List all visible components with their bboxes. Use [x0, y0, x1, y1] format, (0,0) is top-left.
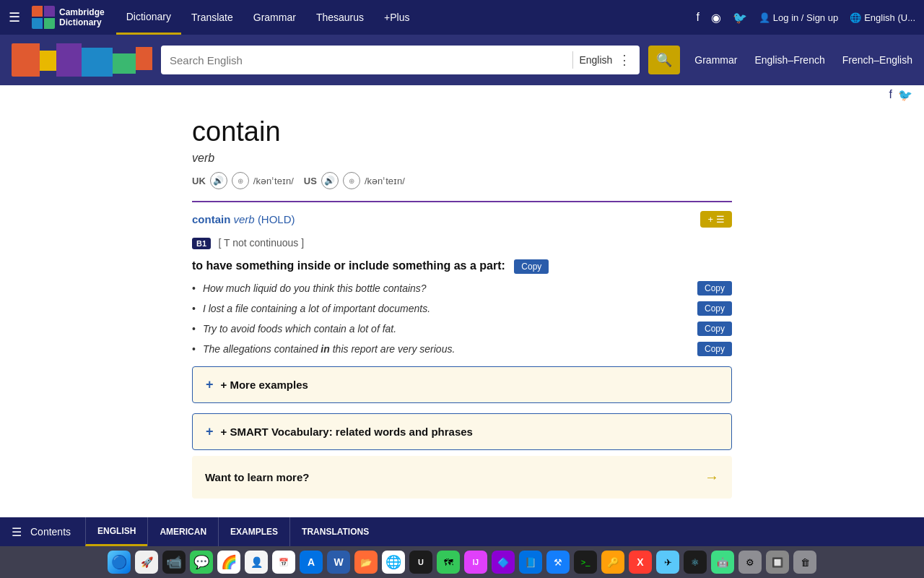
example-text: The allegations contained in this report…: [203, 343, 686, 355]
nav-right: f ◉ 🐦 👤 Log in / Sign up 🌐 English (U...: [696, 11, 915, 25]
search-button[interactable]: 🔍: [648, 46, 680, 74]
entry-header: contain verb (HOLD) + ☰: [192, 211, 732, 228]
nav-dictionary[interactable]: Dictionary: [116, 0, 181, 35]
bullet: •: [192, 282, 196, 294]
search-input-wrap: English ⋮: [161, 46, 640, 74]
social-row: f 🐦: [0, 85, 924, 102]
entry-divider: [192, 201, 732, 202]
example-text: I lost a file containing a lot of import…: [203, 303, 686, 314]
example-copy-button-0[interactable]: Copy: [697, 281, 732, 296]
us-audio-button2[interactable]: ⊕: [343, 172, 360, 189]
uk-audio-button2[interactable]: ⊕: [232, 172, 249, 189]
french-english-link[interactable]: French–English: [842, 54, 912, 66]
more-examples-label: + More examples: [221, 379, 308, 391]
color-block: [12, 43, 152, 77]
word-title: contain: [192, 116, 732, 147]
english-french-link[interactable]: English–French: [754, 54, 824, 66]
list-icon: ☰: [716, 214, 725, 225]
add-to-wordlist-button[interactable]: + ☰: [700, 211, 732, 228]
logo-icon: [32, 6, 55, 29]
example-list: • How much liquid do you think this bott…: [192, 281, 732, 356]
example-item: • Try to avoid foods which contain a lot…: [192, 322, 732, 336]
definition-text: to have something inside or include some…: [192, 259, 505, 272]
learn-more-box[interactable]: Want to learn more? →: [192, 456, 732, 499]
search-bar: English ⋮ 🔍 Grammar English–French Frenc…: [0, 35, 924, 85]
entry-word-link[interactable]: contain: [192, 213, 230, 225]
smart-vocab-label: + SMART Vocabulary: related words and ph…: [221, 426, 473, 438]
us-pron-text: /kənˈteɪn/: [365, 176, 405, 186]
entry-title: contain verb (HOLD): [192, 213, 295, 225]
nav-plus[interactable]: +Plus: [374, 0, 419, 35]
expand-icon: +: [206, 377, 214, 392]
search-input[interactable]: [170, 54, 567, 66]
example-text: How much liquid do you think this bottle…: [203, 282, 686, 294]
grammar-row: B1 [ T not continuous ]: [192, 236, 732, 249]
grammar-link[interactable]: Grammar: [694, 54, 737, 66]
search-links: Grammar English–French French–English: [694, 54, 912, 66]
facebook-icon[interactable]: f: [696, 11, 699, 24]
hamburger-icon[interactable]: ☰: [9, 9, 20, 25]
example-copy-button-3[interactable]: Copy: [697, 342, 732, 356]
definition-copy-button[interactable]: Copy: [514, 259, 549, 274]
uk-label: UK: [192, 176, 206, 186]
uk-pronunciation: UK 🔊 ⊕ /kənˈteɪn/: [192, 172, 294, 189]
us-audio-button[interactable]: 🔊: [321, 172, 339, 189]
main-content: contain verb UK 🔊 ⊕ /kənˈteɪn/ US 🔊 ⊕ /k…: [180, 102, 744, 499]
word-pos: verb: [192, 152, 732, 165]
instagram-icon[interactable]: ◉: [711, 11, 721, 25]
expand-icon: +: [206, 424, 214, 439]
twitter-share-icon[interactable]: 🐦: [898, 88, 912, 102]
us-pronunciation: US 🔊 ⊕ /kənˈteɪn/: [304, 172, 405, 189]
us-label: US: [304, 176, 317, 186]
login-button[interactable]: 👤 Log in / Sign up: [759, 12, 838, 23]
search-options-icon[interactable]: ⋮: [618, 52, 631, 68]
learn-more-title: Want to learn more?: [205, 471, 309, 483]
globe-icon: 🌐: [850, 12, 861, 23]
search-language-selector[interactable]: English: [579, 54, 612, 66]
bullet: •: [192, 323, 196, 335]
person-icon: 👤: [759, 12, 770, 23]
example-copy-button-2[interactable]: Copy: [697, 322, 732, 336]
logo[interactable]: CambridgeDictionary: [32, 6, 105, 29]
learn-more-arrow-icon: →: [705, 469, 719, 486]
twitter-icon[interactable]: 🐦: [733, 11, 747, 25]
nav-thesaurus[interactable]: Thesaurus: [306, 0, 374, 35]
example-copy-button-1[interactable]: Copy: [697, 301, 732, 316]
facebook-share-icon[interactable]: f: [889, 88, 892, 102]
example-item: • The allegations contained in this repo…: [192, 342, 732, 356]
plus-icon: +: [707, 214, 713, 225]
pronunciation-row: UK 🔊 ⊕ /kənˈteɪn/ US 🔊 ⊕ /kənˈteɪn/: [192, 172, 732, 189]
smart-vocab-box[interactable]: + + SMART Vocabulary: related words and …: [192, 413, 732, 450]
definition: to have something inside or include some…: [192, 258, 732, 274]
top-nav: ☰ CambridgeDictionary Dictionary Transla…: [0, 0, 924, 35]
uk-audio-button[interactable]: 🔊: [210, 172, 227, 189]
bullet: •: [192, 303, 196, 314]
example-item: • How much liquid do you think this bott…: [192, 281, 732, 296]
nav-grammar[interactable]: Grammar: [243, 0, 306, 35]
logo-text: CambridgeDictionary: [59, 7, 105, 28]
nav-links: Dictionary Translate Grammar Thesaurus +…: [116, 0, 420, 35]
example-item: • I lost a file containing a lot of impo…: [192, 301, 732, 316]
nav-translate[interactable]: Translate: [181, 0, 243, 35]
uk-pron-text: /kənˈteɪn/: [253, 176, 294, 186]
more-examples-box[interactable]: + + More examples: [192, 366, 732, 403]
example-text: Try to avoid foods which contain a lot o…: [203, 323, 686, 335]
level-badge: B1: [192, 238, 211, 249]
language-selector[interactable]: 🌐 English (U...: [850, 12, 915, 23]
bullet: •: [192, 343, 196, 355]
grammar-note: [ T not continuous ]: [219, 237, 305, 249]
